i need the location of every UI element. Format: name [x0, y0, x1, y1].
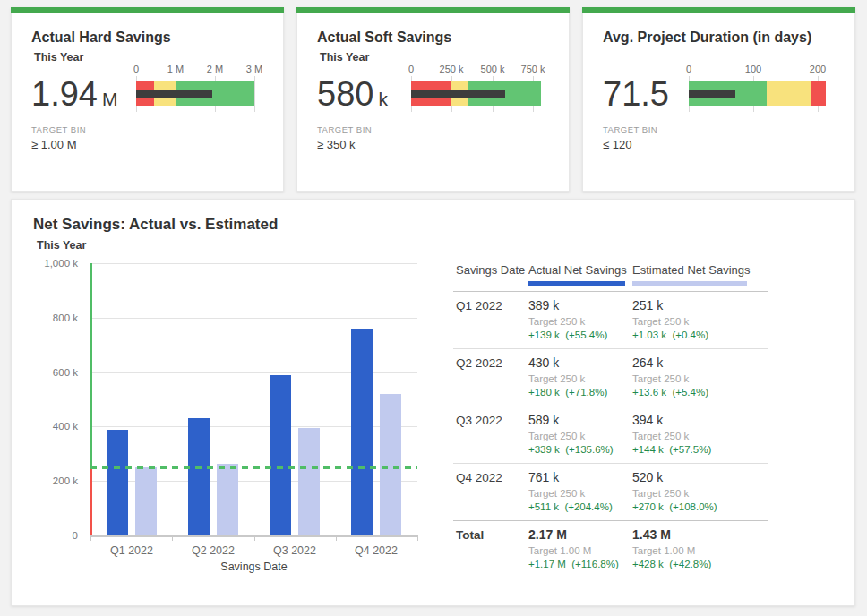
table-row-q3-2022[interactable]: Q3 2022589 kTarget 250 k+339 k (+135.6%)… [453, 406, 768, 463]
x-axis-category-label: Q3 2022 [254, 544, 335, 557]
bar-actual-q3-2022[interactable] [270, 375, 291, 535]
x-axis-category-label: Q2 2022 [173, 544, 253, 557]
kpi-card-actual-soft-savings[interactable]: Actual Soft Savings This Year 580k 0250 … [296, 7, 570, 192]
table-row-q4-2022[interactable]: Q4 2022761 kTarget 250 k+511 k (+204.4%)… [453, 464, 768, 520]
x-axis-line [90, 535, 417, 537]
row-label-cell: Q2 2022 [453, 355, 528, 398]
target-bin-value: ≥ 1.00 M [31, 138, 77, 151]
table-header-actual-net-savings[interactable]: Actual Net Savings [528, 263, 632, 286]
bullet-axis-tick-label: 200 [798, 64, 837, 74]
metric-value: 389 k [528, 298, 632, 313]
row-label: Q1 2022 [456, 298, 528, 313]
bar-estimated-q2-2022[interactable] [217, 464, 238, 535]
metric-target: Target 1.00 M [528, 544, 632, 557]
y-axis-tick-label: 800 k [28, 312, 78, 324]
table-metric-cell: 589 kTarget 250 k+339 k (+135.6%) [528, 413, 632, 456]
metric-value: 2.17 M [528, 527, 632, 543]
metric-delta: +270 k (+108.0%) [632, 500, 768, 513]
target-bin-label: TARGET BIN [317, 124, 372, 134]
row-label-cell: Q3 2022 [453, 413, 528, 456]
kpi-value: 71.5 [603, 76, 674, 117]
bar-actual-q1-2022[interactable] [107, 430, 128, 535]
metric-delta: +13.6 k (+5.4%) [632, 386, 768, 398]
gridline [90, 318, 417, 319]
bullet-axis-tick [254, 76, 255, 112]
table-row-q1-2022[interactable]: Q1 2022389 kTarget 250 k+139 k (+55.4%)2… [453, 292, 768, 348]
table-row-q2-2022[interactable]: Q2 2022430 kTarget 250 k+180 k (+71.8%)2… [453, 349, 768, 406]
bar-estimated-q4-2022[interactable] [380, 394, 401, 535]
bullet-axis-tick-label: 0 [669, 64, 708, 74]
y-axis-tick-label: 1,000 k [28, 257, 78, 270]
bullet-chart: 01 M2 M3 M [136, 64, 278, 116]
bullet-chart: 0100200 [689, 64, 849, 116]
y-axis-tick-label: 600 k [28, 366, 78, 379]
kpi-title: Actual Soft Savings [317, 30, 451, 46]
metric-delta: +180 k (+71.8%) [528, 386, 632, 398]
bullet-axis-tick-label: 100 [734, 64, 773, 74]
target-bin-label: TARGET BIN [31, 124, 86, 134]
metric-value: 264 k [632, 355, 768, 371]
y-axis-tick-label: 400 k [28, 420, 78, 432]
kpi-subtitle: This Year [320, 51, 369, 64]
table-header-savings-date[interactable]: Savings Date [453, 263, 528, 286]
chart-title: Net Savings: Actual vs. Estimated [33, 216, 278, 234]
kpi-value: 1.94M [31, 76, 117, 117]
metric-delta: +144 k (+57.5%) [632, 443, 768, 456]
table-header-estimated-net-savings[interactable]: Estimated Net Savings [632, 263, 768, 286]
gridline [90, 263, 417, 264]
card-accent-bar [296, 7, 570, 13]
metric-target: Target 250 k [528, 372, 632, 385]
bullet-range-band [767, 81, 812, 106]
metric-value: 394 k [632, 413, 768, 428]
table-header-label: Estimated Net Savings [632, 263, 768, 278]
metric-target: Target 250 k [632, 487, 768, 500]
bullet-axis-tick-label: 750 k [513, 64, 553, 74]
bullet-measure-bar [136, 90, 212, 98]
table-metric-cell: 520 kTarget 250 k+270 k (+108.0%) [632, 470, 768, 513]
bar-chart-plot: 0200 k400 k600 k800 k1,000 kQ1 2022Q2 20… [90, 263, 417, 535]
header-underline-spacer [456, 281, 528, 286]
kpi-card-avg-project-duration[interactable]: Avg. Project Duration (in days) 71.5 010… [582, 7, 855, 192]
bullet-measure-bar [411, 90, 505, 98]
metric-value: 251 k [632, 298, 768, 313]
table-header-label: Savings Date [456, 263, 528, 278]
metric-target: Target 250 k [632, 430, 768, 442]
x-axis-title: Savings Date [90, 560, 417, 573]
metric-delta: +1.17 M (+116.8%) [528, 558, 632, 570]
net-savings-panel[interactable]: Net Savings: Actual vs. Estimated This Y… [11, 199, 855, 606]
bullet-axis-tick-label: 1 M [156, 64, 195, 74]
metric-delta: +139 k (+55.4%) [528, 329, 632, 341]
target-line [90, 466, 417, 469]
metric-target: Target 250 k [528, 430, 632, 442]
table-metric-cell: 761 kTarget 250 k+511 k (+204.4%) [528, 470, 632, 513]
series-color-underline [632, 281, 747, 286]
table-metric-cell: 2.17 MTarget 1.00 M+1.17 M (+116.8%) [528, 527, 632, 570]
table-metric-cell: 394 kTarget 250 k+144 k (+57.5%) [632, 413, 768, 456]
card-accent-bar [582, 7, 855, 13]
metric-delta: +1.03 k (+0.4%) [632, 329, 768, 341]
kpi-title: Avg. Project Duration (in days) [603, 30, 811, 46]
bar-actual-q4-2022[interactable] [351, 329, 373, 535]
bullet-chart: 0250 k500 k750 k [411, 64, 564, 116]
series-color-underline [528, 281, 625, 286]
table-header-label: Actual Net Savings [528, 263, 632, 278]
bar-actual-q2-2022[interactable] [188, 418, 210, 535]
row-label: Q3 2022 [456, 413, 528, 428]
kpi-value: 580k [317, 76, 388, 117]
table-metric-cell: 264 kTarget 250 k+13.6 k (+5.4%) [632, 355, 768, 398]
bar-estimated-q3-2022[interactable] [298, 428, 320, 535]
bullet-measure-bar [689, 90, 735, 98]
row-label-cell: Q4 2022 [453, 470, 528, 513]
metric-target: Target 250 k [632, 315, 768, 328]
metric-value: 761 k [528, 470, 632, 485]
metric-value: 589 k [528, 413, 632, 428]
kpi-card-actual-hard-savings[interactable]: Actual Hard Savings This Year 1.94M 01 M… [11, 7, 284, 192]
table-metric-cell: 389 kTarget 250 k+139 k (+55.4%) [528, 298, 632, 341]
savings-detail-table: Savings DateActual Net SavingsEstimated … [453, 263, 768, 578]
table-row-total[interactable]: Total2.17 MTarget 1.00 M+1.17 M (+116.8%… [453, 521, 768, 578]
bar-estimated-q1-2022[interactable] [135, 467, 157, 535]
metric-target: Target 250 k [528, 487, 632, 500]
bullet-range-band [811, 81, 826, 106]
table-metric-cell: 430 kTarget 250 k+180 k (+71.8%) [528, 355, 632, 398]
bullet-axis-tick-label: 3 M [235, 64, 274, 74]
